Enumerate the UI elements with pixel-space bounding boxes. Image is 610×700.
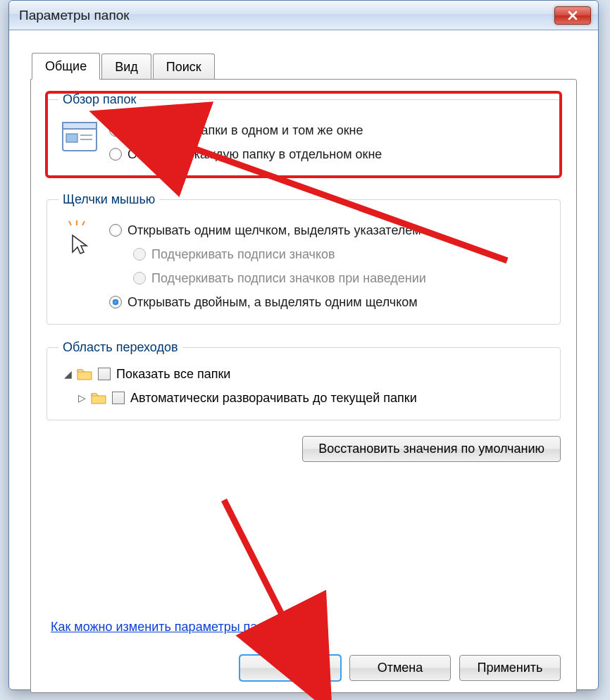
tab-view[interactable]: Вид — [101, 54, 151, 80]
radio-double-click-label: Открывать двойным, а выделять одним щелч… — [127, 295, 418, 310]
group-click-legend: Щелчки мышью — [58, 192, 159, 207]
radio-icon — [109, 224, 122, 237]
check-show-all-label: Показать все папки — [116, 367, 230, 382]
check-auto-expand[interactable]: Автоматически разворачивать до текущей п… — [112, 391, 417, 406]
group-click-behavior: Щелчки мышью — [46, 192, 561, 325]
folder-options-dialog: Параметры папок Общие Вид Поиск Обзор па… — [8, 0, 599, 690]
tabstrip: Общие Вид Поиск — [32, 51, 577, 80]
titlebar: Параметры папок — [9, 1, 598, 30]
folder-icon — [77, 368, 92, 380]
svg-rect-2 — [66, 134, 77, 142]
tab-search[interactable]: Поиск — [153, 54, 215, 80]
apply-button[interactable]: Применить — [459, 655, 561, 681]
group-nav-legend: Область переходов — [58, 340, 182, 355]
window-title: Параметры папок — [19, 8, 554, 23]
radio-icon — [109, 296, 122, 308]
svg-line-5 — [69, 221, 71, 225]
tree-collapse-icon[interactable]: ◢ — [63, 368, 73, 380]
radio-underline-always-label: Подчеркивать подписи значков — [151, 247, 335, 262]
radio-single-click-label: Открывать одним щелчком, выделять указат… — [127, 223, 421, 238]
check-auto-expand-label: Автоматически разворачивать до текущей п… — [130, 391, 417, 406]
group-browse-legend: Обзор папок — [58, 92, 140, 107]
radio-underline-always: Подчеркивать подписи значков — [133, 242, 549, 266]
check-show-all-folders[interactable]: Показать все папки — [98, 367, 230, 382]
checkbox-icon — [112, 392, 125, 404]
radio-same-window[interactable]: Открывать папки в одном и том же окне — [109, 118, 549, 142]
svg-line-7 — [82, 221, 85, 225]
nav-row-show-all: ◢ Показать все папки — [63, 362, 549, 386]
group-browse-folders: Обзор папок — [46, 92, 561, 177]
tree-expand-icon[interactable]: ▷ — [77, 392, 87, 404]
radio-icon — [133, 248, 146, 261]
radio-new-window[interactable]: Открывать каждую папку в отдельном окне — [109, 142, 549, 166]
radio-icon — [133, 272, 146, 285]
ok-button[interactable]: ОК — [239, 655, 341, 681]
tab-general[interactable]: Общие — [32, 53, 100, 80]
click-behavior-icon — [58, 218, 102, 259]
close-button[interactable] — [554, 6, 591, 25]
radio-new-window-label: Открывать каждую папку в отдельном окне — [127, 147, 382, 162]
svg-rect-1 — [63, 123, 97, 129]
radio-underline-hover-label: Подчеркивать подписи значков при наведен… — [151, 271, 426, 286]
group-navigation-pane: Область переходов ◢ Показать все папки — [46, 340, 561, 420]
radio-double-click[interactable]: Открывать двойным, а выделять одним щелч… — [109, 290, 549, 314]
cancel-button[interactable]: Отмена — [349, 655, 451, 681]
checkbox-icon — [98, 368, 111, 380]
nav-row-auto-expand: ▷ Автоматически разворачивать до текущей… — [63, 386, 549, 410]
close-icon — [568, 11, 578, 20]
radio-underline-hover: Подчеркивать подписи значков при наведен… — [133, 266, 549, 290]
help-link[interactable]: Как можно изменить параметры папок? — [51, 620, 284, 634]
folder-icon — [91, 392, 106, 404]
radio-single-click[interactable]: Открывать одним щелчком, выделять указат… — [109, 218, 549, 242]
radio-icon — [109, 124, 122, 137]
browse-folders-icon — [58, 118, 102, 159]
restore-defaults-button[interactable]: Восстановить значения по умолчанию — [302, 436, 561, 462]
radio-same-window-label: Открывать папки в одном и том же окне — [127, 123, 363, 138]
radio-icon — [109, 148, 122, 161]
tab-panel-general: Обзор папок — [30, 79, 577, 693]
